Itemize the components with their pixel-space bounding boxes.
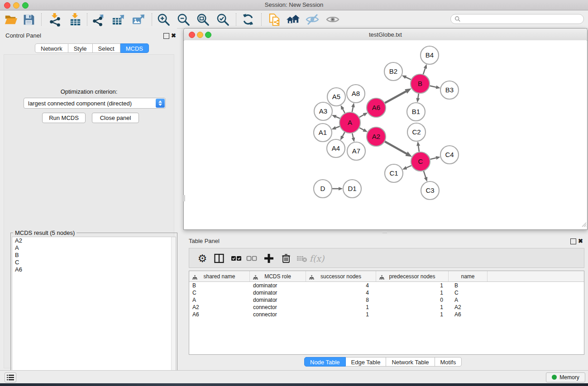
table-row[interactable]: Bdominator41B <box>189 282 584 289</box>
graph-node-A7[interactable]: A7 <box>347 142 365 160</box>
show-panels-list-button[interactable] <box>5 372 16 382</box>
deselect-all-rows-icon[interactable] <box>244 251 259 266</box>
graph-node-B3[interactable]: B3 <box>440 81 459 99</box>
graph-node-A8[interactable]: A8 <box>347 85 365 103</box>
tab-motifs[interactable]: Motifs <box>435 357 462 367</box>
column-header-name[interactable]: name <box>449 271 488 281</box>
column-header-successor-nodes[interactable]: successor nodes <box>306 271 376 281</box>
column-header-shared-name[interactable]: shared name <box>189 271 250 281</box>
list-scrollbar[interactable] <box>171 237 176 386</box>
mcds-result-item[interactable]: A <box>12 244 176 252</box>
delete-column-trash-icon[interactable] <box>279 251 293 266</box>
new-network-from-selection-icon[interactable] <box>267 12 282 27</box>
mcds-result-item[interactable]: A2 <box>12 237 176 244</box>
close-panel-icon[interactable]: ✖ <box>171 32 176 39</box>
import-table-icon[interactable] <box>67 12 83 27</box>
splitter-handle[interactable] <box>382 231 387 234</box>
mcds-result-item[interactable]: B <box>12 252 176 259</box>
column-header-mcds-role[interactable]: MCDS role <box>250 271 306 281</box>
graph-edge[interactable] <box>335 126 339 128</box>
graph-edge[interactable] <box>406 77 411 79</box>
save-session-icon[interactable] <box>21 12 36 27</box>
graph-edge[interactable] <box>342 132 344 137</box>
graph-node-D[interactable]: D <box>314 180 332 198</box>
zoom-selected-icon[interactable] <box>215 12 230 27</box>
graph-edge[interactable] <box>343 109 345 113</box>
tab-edge-table[interactable]: Edge Table <box>346 357 387 367</box>
mcds-result-list[interactable]: A2ABCA6 <box>12 237 176 386</box>
graph-node-A6[interactable]: A6 <box>367 98 386 117</box>
graph-node-B4[interactable]: B4 <box>421 46 439 64</box>
window-resize-grip[interactable] <box>580 221 587 229</box>
graph-node-A1[interactable]: A1 <box>314 124 332 142</box>
table-row[interactable]: A6connector11A6 <box>189 311 584 318</box>
tab-select[interactable]: Select <box>93 43 120 53</box>
graph-edge[interactable] <box>336 117 340 119</box>
graph-node-A[interactable]: A <box>339 112 360 133</box>
run-mcds-button[interactable]: Run MCDS <box>42 113 86 123</box>
graph-edge[interactable] <box>385 142 406 154</box>
tab-node-table[interactable]: Node Table <box>304 357 346 367</box>
table-row[interactable]: A2connector11A2 <box>189 304 584 311</box>
graph-node-C3[interactable]: C3 <box>421 181 439 200</box>
graph-node-C[interactable]: C <box>411 152 430 171</box>
export-table-icon[interactable] <box>110 12 126 27</box>
float-panel-icon[interactable] <box>163 33 169 39</box>
function-builder-icon[interactable]: f(x) <box>310 251 324 266</box>
mcds-result-item[interactable]: C <box>12 259 176 266</box>
memory-button[interactable]: Memory <box>546 372 585 382</box>
import-network-icon[interactable] <box>47 12 62 27</box>
graph-node-A5[interactable]: A5 <box>327 88 345 106</box>
graph-node-B2[interactable]: B2 <box>384 62 402 81</box>
delete-table-icon[interactable] <box>295 251 309 266</box>
first-neighbors-icon[interactable] <box>285 12 301 27</box>
table-row[interactable]: Cdominator41C <box>189 289 584 296</box>
graph-edge[interactable] <box>352 107 353 112</box>
mcds-result-item[interactable]: A6 <box>12 266 176 273</box>
graph-edge[interactable] <box>385 91 406 103</box>
graph-edge[interactable] <box>359 114 364 117</box>
graph-edge[interactable] <box>406 166 411 168</box>
refresh-layout-icon[interactable] <box>240 12 256 27</box>
tab-style[interactable]: Style <box>68 43 93 53</box>
float-table-panel-icon[interactable] <box>570 238 576 244</box>
close-panel-button[interactable]: Close panel <box>92 113 139 123</box>
show-all-icon[interactable] <box>325 12 340 27</box>
graph-node-C2[interactable]: C2 <box>407 123 425 141</box>
network-canvas[interactable]: ABCA2A6A1A3A4A5A7A8B1B2B3B4C1C2C3C4DD1 <box>184 40 587 229</box>
add-column-icon[interactable] <box>262 251 276 266</box>
close-table-panel-icon[interactable]: ✖ <box>578 238 583 244</box>
zoom-fit-icon[interactable] <box>195 12 210 27</box>
zoom-in-icon[interactable] <box>156 12 171 27</box>
optimization-criterion-dropdown[interactable]: largest connected component (directed) <box>24 98 166 109</box>
graph-node-B1[interactable]: B1 <box>407 103 425 121</box>
graph-node-C4[interactable]: C4 <box>440 146 459 164</box>
left-resize-handle[interactable] <box>183 195 185 201</box>
select-all-rows-icon[interactable] <box>229 251 244 266</box>
table-settings-gear-icon[interactable]: ⚙ <box>195 251 210 266</box>
graph-edge[interactable] <box>352 133 353 138</box>
column-selector-icon[interactable] <box>212 251 226 266</box>
graph-edge[interactable] <box>423 68 425 74</box>
graph-edge[interactable] <box>359 128 363 130</box>
graph-edge[interactable] <box>430 86 436 87</box>
table-row[interactable]: Adominator80A <box>189 296 584 304</box>
graph-node-D1[interactable]: D1 <box>343 180 361 198</box>
search-input[interactable] <box>450 14 584 24</box>
graph-edge[interactable] <box>430 158 436 159</box>
hide-selected-icon[interactable] <box>305 12 320 27</box>
graph-node-A2[interactable]: A2 <box>367 127 386 146</box>
export-image-icon[interactable] <box>130 12 146 27</box>
graph-node-A4[interactable]: A4 <box>327 139 345 157</box>
tab-network[interactable]: Network <box>35 43 68 53</box>
zoom-out-icon[interactable] <box>176 12 191 27</box>
graph-edge[interactable] <box>418 146 419 152</box>
open-session-icon[interactable] <box>3 12 19 27</box>
graph-edge[interactable] <box>424 171 426 178</box>
graph-node-B[interactable]: B <box>411 74 430 93</box>
tab-network-table[interactable]: Network Table <box>386 357 435 367</box>
column-header-predecessor-nodes[interactable]: predecessor nodes <box>376 271 449 281</box>
graph-node-C1[interactable]: C1 <box>385 164 403 182</box>
tab-mcds[interactable]: MCDS <box>120 43 149 53</box>
graph-edge[interactable] <box>418 94 419 99</box>
